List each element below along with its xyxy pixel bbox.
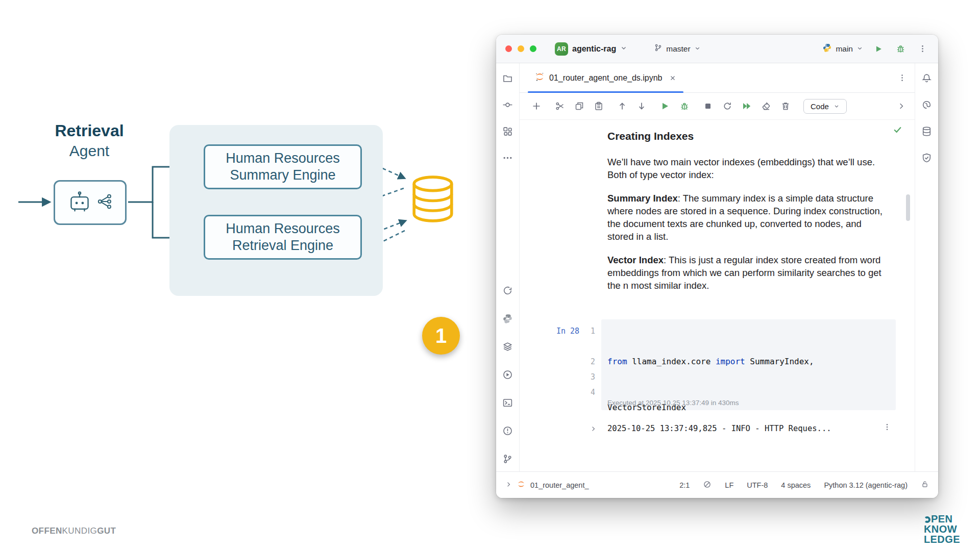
copy-cell-button[interactable] xyxy=(574,101,585,112)
execution-time-note: Executed at 2025.10.25 13:37:49 in 430ms xyxy=(607,399,739,407)
run-all-cells-button[interactable] xyxy=(741,101,752,112)
code-cell-gutter: In 281 2 3 4 xyxy=(520,323,596,400)
project-selector[interactable]: AR agentic-rag xyxy=(555,42,627,56)
branch-name: master xyxy=(666,44,690,54)
cell-output-text: 2025-10-25 13:37:49,825 - INFO - HTTP Re… xyxy=(607,424,883,433)
line-separator-widget[interactable]: LF xyxy=(725,481,733,489)
minimize-window-button[interactable] xyxy=(518,45,524,52)
lock-icon[interactable] xyxy=(921,480,929,490)
ide-window: AR agentic-rag master xyxy=(496,35,938,498)
close-window-button[interactable] xyxy=(505,45,512,52)
problems-tool-icon[interactable] xyxy=(501,424,514,437)
brand-left-logo: OFFENKUNDIGGUT xyxy=(32,526,116,536)
cut-cell-button[interactable] xyxy=(554,101,566,112)
code-cell-content[interactable]: from llama_index.core import SummaryInde… xyxy=(607,323,893,471)
cell-type-dropdown[interactable]: Code xyxy=(803,99,847,114)
project-badge: AR xyxy=(555,42,568,56)
summary-engine-line2: Summary Engine xyxy=(230,167,335,184)
output-options-button[interactable] xyxy=(883,423,891,431)
window-controls xyxy=(505,45,536,52)
retrieval-agent-node xyxy=(54,180,127,225)
cursor-position-widget[interactable]: 2:1 xyxy=(679,481,690,489)
run-button[interactable] xyxy=(872,42,885,56)
ai-assistant-icon[interactable] xyxy=(920,98,934,111)
markdown-paragraph: Summary Index: The summary index is a si… xyxy=(607,192,887,243)
step-badge: 1 xyxy=(422,317,460,355)
tab-row: 01_router_agent_one_ds.ipynb xyxy=(520,63,915,93)
move-cell-down-button[interactable] xyxy=(636,101,647,112)
database-cylinder-icon xyxy=(410,176,455,226)
services-tool-icon[interactable] xyxy=(501,368,514,381)
brand-right-line3: LEDGE xyxy=(924,534,960,544)
delete-cell-button[interactable] xyxy=(780,101,791,112)
agent-title-line1: Retrieval xyxy=(51,121,128,140)
output-collapse-icon[interactable] xyxy=(590,425,597,432)
sciview-tool-icon[interactable] xyxy=(501,284,514,297)
run-config-name: main xyxy=(836,44,853,54)
open-ring-icon xyxy=(924,516,930,523)
status-bar: 01_router_agent_ 2:1 LF UTF-8 4 spaces P… xyxy=(496,471,938,498)
retrieval-engine-line2: Retrieval Engine xyxy=(232,237,333,254)
restart-kernel-button[interactable] xyxy=(722,101,733,112)
agent-title-line2: Agent xyxy=(51,142,128,160)
commit-tool-icon[interactable] xyxy=(501,98,514,111)
more-actions-button[interactable] xyxy=(916,42,929,56)
terminal-tool-icon[interactable] xyxy=(501,396,514,409)
markdown-paragraph: We’ll have two main vector indexes (embe… xyxy=(607,156,887,181)
debug-cell-button[interactable] xyxy=(679,101,690,112)
status-filename[interactable]: 01_router_agent_ xyxy=(530,481,589,489)
chevron-down-icon xyxy=(694,44,701,54)
status-expand-icon[interactable] xyxy=(505,481,512,489)
left-tool-bar xyxy=(496,63,520,471)
move-cell-up-button[interactable] xyxy=(617,101,628,112)
tab-notebook[interactable]: 01_router_agent_one_ds.ipynb xyxy=(531,63,680,92)
slide-canvas: Retrieval Agent Human Resources Summary … xyxy=(0,0,980,551)
highlighting-level-icon[interactable] xyxy=(703,480,712,490)
tab-close-icon[interactable] xyxy=(669,74,676,82)
ide-titlebar: AR agentic-rag master xyxy=(496,35,938,63)
interpreter-widget[interactable]: Python 3.12 (agentic-rag) xyxy=(824,481,908,489)
markdown-heading: Creating Indexes xyxy=(607,130,887,142)
toolbar-overflow-button[interactable] xyxy=(897,102,905,110)
run-widget: main xyxy=(822,42,931,56)
python-packages-tool-icon[interactable] xyxy=(501,312,514,325)
encoding-widget[interactable]: UTF-8 xyxy=(747,481,768,489)
structure-tool-icon[interactable] xyxy=(501,124,514,138)
notebook-toolbar: Code xyxy=(520,93,915,120)
execution-count-label: In 28 xyxy=(556,323,579,339)
version-control-tool-icon[interactable] xyxy=(501,452,514,465)
git-branch-icon xyxy=(654,43,663,54)
summary-engine-node: Human Resources Summary Engine xyxy=(204,144,362,189)
code-line-1: from llama_index.core import SummaryInde… xyxy=(607,354,893,369)
project-name: agentic-rag xyxy=(572,44,616,54)
editor-scrollbar[interactable] xyxy=(906,194,910,221)
indent-widget[interactable]: 4 spaces xyxy=(781,481,811,489)
interrupt-kernel-button[interactable] xyxy=(702,101,714,112)
editor-column: 01_router_agent_one_ds.ipynb xyxy=(520,63,915,471)
brand-left-part2: KUNDIG xyxy=(62,526,97,536)
clear-outputs-button[interactable] xyxy=(761,101,772,112)
branch-selector[interactable]: master xyxy=(654,43,700,54)
code-line-2 xyxy=(607,446,893,461)
shield-check-icon[interactable] xyxy=(920,151,934,164)
markdown-cell: Creating Indexes We’ll have two main vec… xyxy=(607,130,887,303)
notifications-bell-icon[interactable] xyxy=(920,71,934,85)
notebook-editor[interactable]: Creating Indexes We’ll have two main vec… xyxy=(520,120,915,471)
tab-options-button[interactable] xyxy=(898,73,906,82)
more-tool-windows-icon[interactable] xyxy=(501,151,514,164)
brand-right-line2: KNOW xyxy=(924,524,960,534)
zoom-window-button[interactable] xyxy=(530,45,536,52)
brand-left-part3: GUT xyxy=(97,526,116,536)
database-tool-icon[interactable] xyxy=(920,124,934,138)
debug-button[interactable] xyxy=(894,42,907,56)
layers-tool-icon[interactable] xyxy=(501,340,514,353)
retrieval-engine-line1: Human Resources xyxy=(226,220,340,237)
chevron-down-icon xyxy=(856,44,863,54)
jupyter-icon xyxy=(535,72,545,84)
network-icon xyxy=(96,193,114,212)
add-cell-button[interactable] xyxy=(531,101,542,112)
project-tool-icon[interactable] xyxy=(501,71,514,85)
run-cell-button[interactable] xyxy=(659,101,671,112)
paste-cell-button[interactable] xyxy=(593,101,604,112)
run-config-selector[interactable]: main xyxy=(822,43,863,55)
